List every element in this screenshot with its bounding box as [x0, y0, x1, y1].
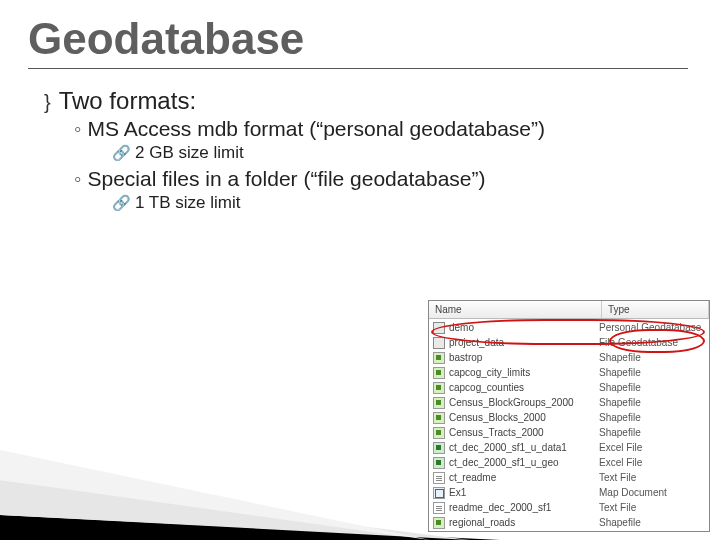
ring-bullet-icon: ◦ — [74, 167, 81, 191]
catalog-row-name: project_data — [449, 337, 599, 348]
catalog-row-name: readme_dec_2000_sf1 — [449, 502, 599, 513]
bullet-2gb-limit: 2 GB size limit — [135, 143, 244, 163]
bullet-file-gdb: Special files in a folder (“file geodata… — [87, 167, 485, 191]
txt-icon — [433, 502, 445, 514]
decorative-wedge — [0, 340, 500, 540]
catalog-row-name: ct_readme — [449, 472, 599, 483]
xls-icon — [433, 442, 445, 454]
catalog-row-type: Excel File — [599, 457, 705, 468]
shp-icon — [433, 382, 445, 394]
bullet-two-formats: Two formats: — [59, 87, 196, 115]
gdb-icon — [433, 322, 445, 334]
catalog-row-name: regional_roads — [449, 517, 599, 528]
catalog-row-name: Census_Blocks_2000 — [449, 412, 599, 423]
shp-icon — [433, 427, 445, 439]
ring-bullet-icon: ◦ — [74, 117, 81, 141]
link-bullet-icon: 🔗 — [112, 144, 131, 162]
catalog-row[interactable]: Census_Tracts_2000Shapefile — [429, 425, 709, 440]
svg-marker-2 — [0, 450, 430, 540]
svg-marker-1 — [0, 480, 470, 540]
gdb-icon — [433, 337, 445, 349]
catalog-row[interactable]: regional_roadsShapefile — [429, 515, 709, 530]
slide-body: } Two formats: ◦ MS Access mdb format (“… — [0, 69, 720, 213]
column-header-type[interactable]: Type — [602, 301, 709, 318]
svg-marker-0 — [0, 515, 500, 540]
catalog-row-name: bastrop — [449, 352, 599, 363]
catalog-row[interactable]: Census_BlockGroups_2000Shapefile — [429, 395, 709, 410]
shp-icon — [433, 517, 445, 529]
catalog-row-type: Shapefile — [599, 382, 705, 393]
catalog-row-type: Text File — [599, 472, 705, 483]
catalog-row-name: Census_Tracts_2000 — [449, 427, 599, 438]
column-header-name[interactable]: Name — [429, 301, 602, 318]
link-bullet-icon: 🔗 — [112, 194, 131, 212]
xls-icon — [433, 457, 445, 469]
mxd-icon — [433, 487, 445, 499]
shp-icon — [433, 397, 445, 409]
catalog-row-type: Shapefile — [599, 367, 705, 378]
shp-icon — [433, 532, 445, 533]
catalog-row-name: demo — [449, 322, 599, 333]
catalog-row[interactable]: project_dataFile Geodatabase — [429, 335, 709, 350]
catalog-row[interactable]: readme_dec_2000_sf1Text File — [429, 500, 709, 515]
catalog-row[interactable]: capcog_countiesShapefile — [429, 380, 709, 395]
catalog-row-name: Census_BlockGroups_2000 — [449, 397, 599, 408]
catalog-row-type: Shapefile — [599, 517, 705, 528]
catalog-row-type: Text File — [599, 502, 705, 513]
catalog-row[interactable]: capcog_city_limitsShapefile — [429, 365, 709, 380]
slide-title: Geodatabase — [28, 14, 688, 69]
bullet-icon: } — [44, 91, 51, 114]
catalog-body: demoPersonal Geodatabaseproject_dataFile… — [429, 319, 709, 532]
bullet-personal-gdb: MS Access mdb format (“personal geodatab… — [87, 117, 545, 141]
shp-icon — [433, 352, 445, 364]
catalog-row-name: capcog_city_limits — [449, 367, 599, 378]
catalog-row-type: Map Document — [599, 487, 705, 498]
catalog-row-name: Ex1 — [449, 487, 599, 498]
catalog-row-type: Shapefile — [599, 412, 705, 423]
catalog-row-type: Personal Geodatabase — [599, 322, 705, 333]
catalog-row-name: ct_dec_2000_sf1_u_geo — [449, 457, 599, 468]
catalog-row-type: Excel File — [599, 442, 705, 453]
catalog-header: Name Type — [429, 301, 709, 319]
catalog-row[interactable]: bastropShapefile — [429, 350, 709, 365]
catalog-panel: Name Type demoPersonal Geodatabaseprojec… — [428, 300, 710, 532]
catalog-row[interactable]: Ex1Map Document — [429, 485, 709, 500]
shp-icon — [433, 367, 445, 379]
catalog-row-name: capcog_counties — [449, 382, 599, 393]
catalog-row-name: ct_dec_2000_sf1_u_data1 — [449, 442, 599, 453]
catalog-row[interactable]: Census_Blocks_2000Shapefile — [429, 410, 709, 425]
catalog-row-type: File Geodatabase — [599, 337, 705, 348]
bullet-1tb-limit: 1 TB size limit — [135, 193, 241, 213]
catalog-row-type: Shapefile — [599, 352, 705, 363]
catalog-row-type: Shapefile — [599, 397, 705, 408]
catalog-row[interactable]: ct_readmeText File — [429, 470, 709, 485]
catalog-row-type: Shapefile — [599, 427, 705, 438]
catalog-row[interactable]: travisShapefile — [429, 530, 709, 532]
shp-icon — [433, 412, 445, 424]
catalog-row[interactable]: ct_dec_2000_sf1_u_data1Excel File — [429, 440, 709, 455]
catalog-row[interactable]: ct_dec_2000_sf1_u_geoExcel File — [429, 455, 709, 470]
txt-icon — [433, 472, 445, 484]
catalog-row[interactable]: demoPersonal Geodatabase — [429, 320, 709, 335]
